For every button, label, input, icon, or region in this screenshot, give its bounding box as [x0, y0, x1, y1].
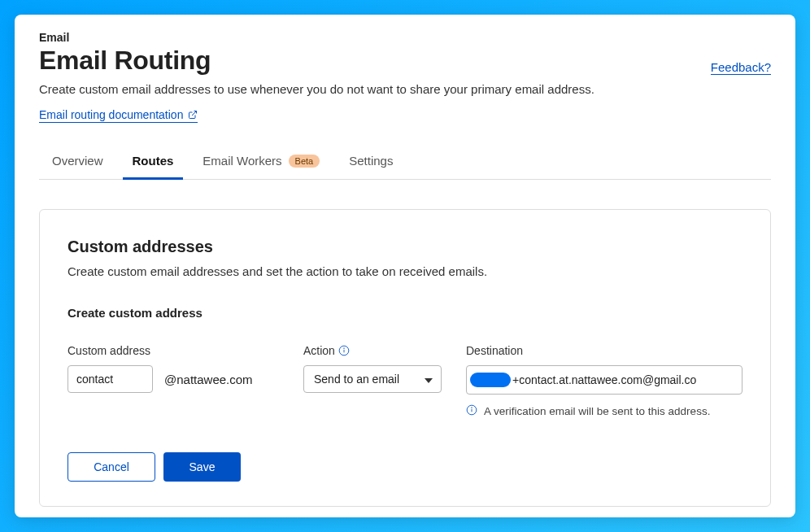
redacted-prefix — [470, 373, 511, 387]
panel-description: Create custom email addresses and set th… — [68, 264, 742, 278]
verification-note-text: A verification email will be sent to thi… — [484, 404, 710, 420]
panel-title: Custom addresses — [68, 238, 742, 256]
custom-address-column: Custom address @nattawee.com — [68, 344, 279, 393]
external-link-icon — [188, 110, 198, 120]
page-description: Create custom email addresses to use whe… — [39, 82, 594, 96]
destination-label: Destination — [466, 344, 742, 357]
tab-settings[interactable]: Settings — [347, 146, 394, 179]
save-button[interactable]: Save — [163, 452, 241, 482]
header-row: Email Routing Create custom email addres… — [39, 46, 771, 123]
chevron-down-icon — [425, 373, 433, 386]
verification-note: A verification email will be sent to thi… — [466, 404, 742, 420]
feedback-link[interactable]: Feedback? — [711, 60, 771, 75]
breadcrumb: Email — [39, 31, 771, 44]
action-select-value: Send to an email — [314, 373, 399, 386]
tab-routes[interactable]: Routes — [131, 146, 176, 179]
custom-address-input-group: @nattawee.com — [68, 365, 279, 393]
form-row: Custom address @nattawee.com Action Se — [68, 344, 742, 420]
tab-email-workers[interactable]: Email Workers Beta — [201, 146, 321, 179]
tab-email-workers-label: Email Workers — [202, 154, 281, 168]
custom-address-input[interactable] — [68, 365, 153, 393]
info-icon — [466, 404, 477, 416]
destination-input[interactable]: +contact.at.nattawee.com@gmail.co — [466, 365, 742, 395]
domain-suffix: @nattawee.com — [164, 373, 253, 386]
action-label: Action — [303, 344, 442, 357]
action-select[interactable]: Send to an email — [303, 365, 442, 393]
action-column: Action Send to an email — [303, 344, 442, 393]
svg-point-3 — [344, 348, 345, 349]
tabs: Overview Routes Email Workers Beta Setti… — [39, 146, 771, 180]
email-routing-card: Email Email Routing Create custom email … — [15, 15, 795, 517]
cancel-button[interactable]: Cancel — [68, 452, 155, 482]
documentation-link-label: Email routing documentation — [39, 108, 183, 121]
documentation-link[interactable]: Email routing documentation — [39, 108, 198, 123]
svg-line-0 — [192, 111, 197, 116]
destination-column: Destination +contact.at.nattawee.com@gma… — [466, 344, 742, 420]
beta-badge: Beta — [289, 155, 320, 168]
action-label-text: Action — [303, 344, 335, 357]
custom-addresses-panel: Custom addresses Create custom email add… — [39, 209, 771, 507]
create-custom-address-heading: Create custom address — [68, 306, 742, 320]
info-icon — [338, 345, 350, 356]
button-row: Cancel Save — [68, 452, 742, 482]
svg-point-6 — [472, 408, 472, 408]
custom-address-label: Custom address — [68, 344, 279, 357]
page-title: Email Routing — [39, 46, 594, 76]
destination-value-text: +contact.at.nattawee.com@gmail.co — [512, 373, 696, 386]
tab-overview[interactable]: Overview — [50, 146, 105, 179]
